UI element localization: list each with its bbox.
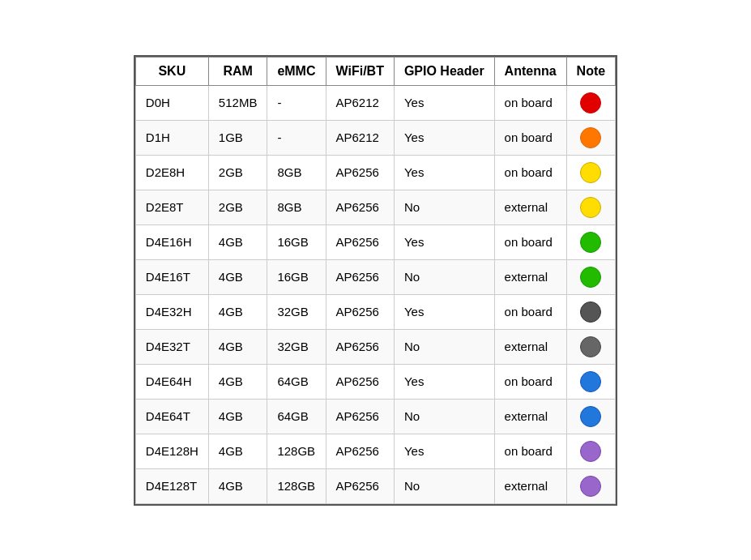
antenna-cell: on board [494,155,566,190]
table-row: D4E32H4GB32GBAP6256Yeson board [135,294,615,329]
table-row: D2E8H2GB8GBAP6256Yeson board [135,155,615,190]
wifi-cell: AP6212 [326,85,394,120]
wifi-cell: AP6256 [326,155,394,190]
ram-cell: 512MB [208,85,267,120]
column-header-ram: RAM [208,57,267,85]
color-dot [580,476,601,497]
wifi-cell: AP6256 [326,399,394,434]
color-dot [580,197,601,218]
color-dot [580,371,601,392]
antenna-cell: on board [494,120,566,155]
wifi-cell: AP6256 [326,224,394,259]
table-row: D4E32T4GB32GBAP6256Noexternal [135,329,615,364]
emmc-cell: - [267,85,326,120]
wifi-cell: AP6256 [326,468,394,503]
column-header-sku: SKU [135,57,208,85]
antenna-cell: external [494,259,566,294]
gpio-cell: No [394,329,494,364]
antenna-cell: on board [494,364,566,399]
emmc-cell: 128GB [267,434,326,468]
color-dot [580,92,601,113]
sku-cell: D4E128T [135,468,208,503]
wifi-cell: AP6256 [326,329,394,364]
note-dot-cell [566,224,616,259]
column-header-note: Note [566,57,616,85]
note-dot-cell [566,434,616,468]
sku-cell: D1H [135,120,208,155]
wifi-cell: AP6256 [326,434,394,468]
ram-cell: 4GB [208,364,267,399]
note-dot-cell [566,329,616,364]
emmc-cell: - [267,120,326,155]
emmc-cell: 32GB [267,294,326,329]
color-dot [580,267,601,288]
gpio-cell: Yes [394,434,494,468]
gpio-cell: Yes [394,294,494,329]
antenna-cell: external [494,468,566,503]
table-header-row: SKURAMeMMCWiFi/BTGPIO HeaderAntennaNote [135,57,615,85]
column-header-antenna: Antenna [494,57,566,85]
sku-cell: D4E16H [135,224,208,259]
ram-cell: 1GB [208,120,267,155]
emmc-cell: 64GB [267,364,326,399]
ram-cell: 2GB [208,190,267,224]
sku-cell: D0H [135,85,208,120]
ram-cell: 4GB [208,224,267,259]
table-row: D4E16T4GB16GBAP6256Noexternal [135,259,615,294]
sku-cell: D4E32H [135,294,208,329]
note-dot-cell [566,155,616,190]
antenna-cell: on board [494,434,566,468]
column-header-emmc: eMMC [267,57,326,85]
color-dot [580,127,601,148]
emmc-cell: 8GB [267,155,326,190]
color-dot [580,336,601,357]
gpio-cell: No [394,259,494,294]
note-dot-cell [566,85,616,120]
sku-cell: D2E8H [135,155,208,190]
emmc-cell: 8GB [267,190,326,224]
color-dot [580,301,601,323]
antenna-cell: on board [494,224,566,259]
antenna-cell: external [494,190,566,224]
antenna-cell: external [494,399,566,434]
note-dot-cell [566,259,616,294]
gpio-cell: Yes [394,155,494,190]
ram-cell: 4GB [208,434,267,468]
note-dot-cell [566,120,616,155]
wifi-cell: AP6256 [326,259,394,294]
table-row: D4E16H4GB16GBAP6256Yeson board [135,224,615,259]
wifi-cell: AP6256 [326,190,394,224]
color-dot [580,162,601,183]
table-row: D0H512MB-AP6212Yeson board [135,85,615,120]
sku-cell: D4E64T [135,399,208,434]
color-dot [580,441,601,462]
note-dot-cell [566,468,616,503]
note-dot-cell [566,294,616,329]
gpio-cell: No [394,399,494,434]
table-row: D4E64T4GB64GBAP6256Noexternal [135,399,615,434]
table-row: D4E128T4GB128GBAP6256Noexternal [135,468,615,503]
sku-cell: D4E128H [135,434,208,468]
column-header-gpio-header: GPIO Header [394,57,494,85]
table-row: D4E128H4GB128GBAP6256Yeson board [135,434,615,468]
sku-cell: D4E64H [135,364,208,399]
table-row: D4E64H4GB64GBAP6256Yeson board [135,364,615,399]
note-dot-cell [566,399,616,434]
ram-cell: 2GB [208,155,267,190]
table-row: D2E8T2GB8GBAP6256Noexternal [135,190,615,224]
emmc-cell: 16GB [267,259,326,294]
ram-cell: 4GB [208,329,267,364]
color-dot [580,406,601,427]
ram-cell: 4GB [208,468,267,503]
emmc-cell: 32GB [267,329,326,364]
ram-cell: 4GB [208,259,267,294]
sku-cell: D4E32T [135,329,208,364]
note-dot-cell [566,364,616,399]
gpio-cell: No [394,190,494,224]
ram-cell: 4GB [208,399,267,434]
column-header-wifi-bt: WiFi/BT [326,57,394,85]
sku-table-wrapper: SKURAMeMMCWiFi/BTGPIO HeaderAntennaNote … [134,55,617,506]
gpio-cell: Yes [394,85,494,120]
antenna-cell: external [494,329,566,364]
antenna-cell: on board [494,85,566,120]
